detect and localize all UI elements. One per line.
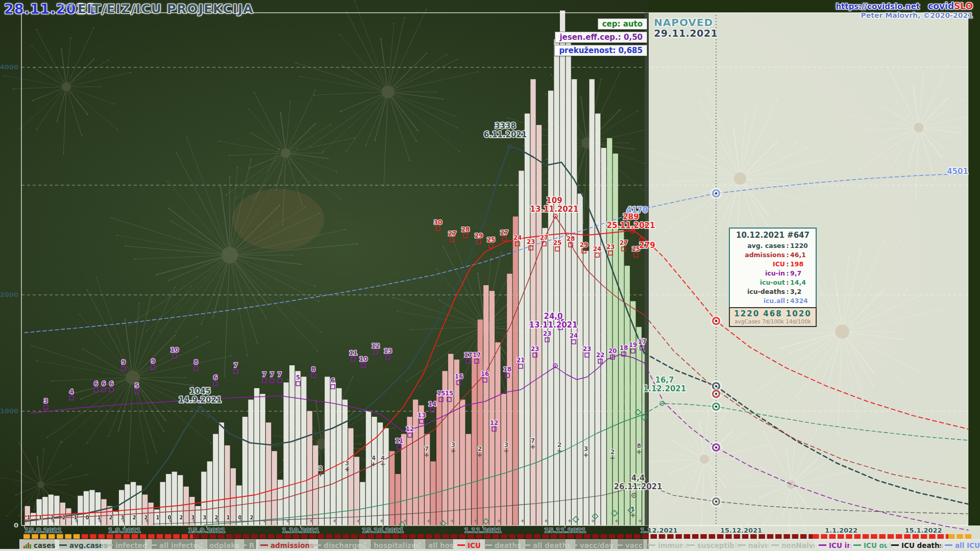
daily-cases-bar: [213, 434, 218, 525]
series-line-icon: [484, 544, 492, 546]
phase-strip-square: [904, 534, 911, 539]
icu-in-daily-value: 11: [349, 349, 358, 357]
phase-strip-square: [526, 534, 532, 539]
phase-strip-square: [99, 534, 105, 539]
icu-in-daily-value: 9: [121, 359, 126, 366]
phase-strip-square: [459, 534, 466, 539]
icu-deaths-daily-value: 2: [318, 465, 323, 472]
bar-bottom-count: 2: [133, 515, 136, 520]
phase-strip-square: [651, 534, 657, 539]
icu-in-daily-value: 16: [481, 370, 489, 378]
icu-in-daily-value: 13: [418, 412, 426, 419]
icu-daily-value: 23: [527, 238, 535, 245]
phase-strip-square: [426, 534, 432, 539]
icu-in-daily-value: 12: [406, 425, 414, 433]
phase-strip-square: [601, 534, 607, 539]
phase-strip-square: [57, 534, 63, 539]
daily-cases-bar: [395, 474, 400, 525]
y-axis-label: 4000: [0, 63, 18, 71]
phase-strip-square: [443, 534, 449, 539]
icu-in-daily-value: 19: [629, 341, 638, 348]
annotation-label: 4501: [947, 167, 968, 176]
phase-strip-square: [559, 534, 566, 539]
bottom-divider: [0, 549, 980, 551]
icu-in-daily-value: 12: [372, 342, 380, 349]
legend-item-label: infected: [115, 541, 148, 549]
tooltip-row-ICU: ICU:198: [730, 259, 816, 268]
phase-strip-square: [90, 534, 96, 539]
icu-in-daily-value: 18: [503, 366, 512, 373]
phase-strip-square: [938, 534, 944, 539]
phase-strip-square: [667, 534, 674, 539]
y-axis-label: 2000: [0, 291, 18, 298]
icu-deaths-daily-value: 2: [557, 441, 561, 448]
daily-cases-bar: [78, 496, 83, 525]
icu-deaths-daily-value: 4: [372, 455, 376, 462]
phase-strip-square: [284, 534, 291, 539]
daily-cases-bar: [513, 216, 518, 525]
series-line-icon: [260, 544, 268, 546]
daily-cases-bar: [478, 319, 483, 525]
param-box-2: prekuženost: 0,685: [554, 45, 647, 56]
daily-cases-bar: [54, 496, 59, 525]
daily-cases-bar: [466, 434, 471, 525]
icu-deaths-daily-value: 3: [345, 460, 349, 467]
icu-in-daily-value: 5: [296, 374, 300, 381]
icu-in-daily-value: 10: [359, 356, 368, 363]
annotation-label: 1.12.2021: [643, 384, 686, 393]
icu-deaths-daily-value: 3: [584, 445, 588, 453]
phase-strip-square: [626, 534, 632, 539]
daily-cases-bar: [383, 428, 388, 525]
phase-strip-square: [709, 534, 716, 539]
daily-cases-bar: [42, 497, 47, 525]
phase-strip-square: [617, 534, 624, 539]
tooltip-row-icu-all: icu.all:4324: [730, 296, 816, 305]
site-url[interactable]: https://covidslo.net: [836, 2, 920, 11]
tooltip-row-icu-in: icu-in:9,7: [730, 268, 816, 278]
phase-strip-square: [115, 534, 121, 539]
series-line-icon: [457, 544, 465, 546]
annotation-label: 13.11.2021: [530, 205, 579, 214]
phase-strip-square: [800, 534, 807, 539]
site-logo[interactable]: covidSLO: [928, 1, 973, 11]
icu-deaths-daily-value: 3: [504, 441, 508, 448]
series-line-icon: [570, 544, 577, 546]
phase-strip-square: [48, 534, 55, 539]
icu-in-daily-value: 8: [194, 359, 198, 366]
phase-strip-square: [965, 534, 972, 539]
daily-cases-bar: [66, 508, 71, 525]
icu-deaths-daily-value: 7: [531, 437, 535, 444]
daily-cases-bar: [636, 327, 642, 525]
phase-strip-square: [107, 534, 113, 539]
daily-cases-bar: [590, 79, 595, 525]
icu-in-daily-value: 15: [437, 390, 446, 397]
phase-strip-square: [863, 534, 869, 539]
phase-strip-square: [813, 534, 819, 539]
annotation-label: 14.9.2021: [179, 395, 222, 405]
chart-canvas: 4000200010000346669591086777758611101213…: [0, 0, 980, 551]
icu-in-daily-value: 20: [608, 347, 617, 355]
phase-strip-square: [82, 534, 88, 539]
tooltip-row-icu-out: icu-out:14,4: [730, 278, 816, 287]
phase-strip-square: [351, 534, 358, 539]
icu-daily-value: 27: [540, 234, 549, 241]
phase-strip-square: [879, 534, 886, 539]
series-line-icon: [199, 544, 207, 546]
icu-deaths-daily-value: 2: [478, 445, 482, 453]
phase-strip-square: [326, 534, 333, 539]
bar-bottom-count: 3: [203, 515, 207, 520]
phase-strip-square: [948, 534, 955, 539]
daily-cases-bar: [325, 377, 330, 525]
icu-in-daily-value: 22: [596, 352, 605, 359]
legend-item-label: deaths: [495, 541, 521, 549]
daily-cases-bar: [231, 468, 236, 525]
tooltip-row-icu-deaths: icu-deaths:3,2: [730, 287, 816, 296]
phase-strip-square: [758, 534, 765, 539]
phase-strip-square: [484, 534, 491, 539]
icu-in-daily-value: 5: [135, 382, 139, 389]
phase-strip-square: [393, 534, 399, 539]
phase-strip-square: [576, 534, 582, 539]
forecast-tooltip: 10.12.2021 #647 avg. cases:1220admission…: [729, 228, 817, 327]
legend-item-label: vacc/day: [580, 541, 614, 549]
daily-cases-bar: [530, 79, 535, 525]
